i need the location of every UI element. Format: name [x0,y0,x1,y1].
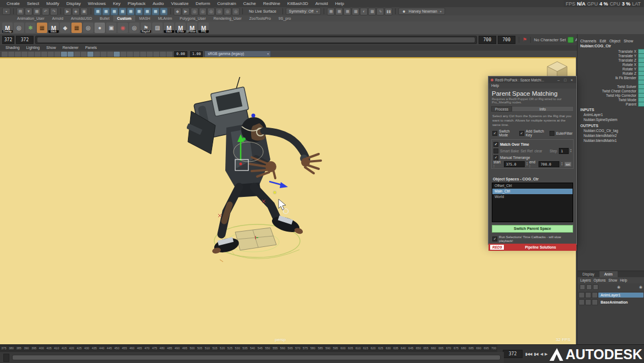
viewport-tool-icon[interactable] [35,52,41,57]
shelf-button[interactable]: ▦ [71,23,82,33]
menu-item[interactable]: Playback [124,1,148,6]
secondary-range-slider[interactable] [12,355,501,360]
output-node[interactable]: Nublan:blendMatrix1 [578,138,644,143]
selection-mask-icon[interactable]: ▦ [119,8,126,15]
viewport-tool-icon[interactable] [48,52,54,57]
dialog-help-menu[interactable]: Help [488,83,576,89]
maximize-button[interactable]: □ [563,78,568,82]
channel-row[interactable] [578,80,644,84]
tab-process[interactable]: Process [491,106,512,112]
input-node[interactable]: Nublan:SpineSystem [578,117,644,122]
channel-row[interactable]: Twist Hip Corrector [578,93,644,97]
viewport-tool-icon[interactable] [134,52,140,57]
channel-row[interactable]: Translate X [578,49,644,53]
tool-icon[interactable]: ▦ [343,8,351,15]
channel-box-menu-item[interactable]: Edit [599,39,606,43]
viewport-tool-icon[interactable] [2,52,8,57]
layer-menu-item[interactable]: Options [593,278,606,282]
live-surface-field[interactable]: No Live Surface [246,8,280,14]
shelf-button[interactable]: ◎ [129,23,140,33]
snap-icon[interactable]: ◎ [207,8,215,15]
euler-filter-checkbox[interactable] [549,131,554,136]
layer-name[interactable]: AnimLayer1 [598,293,643,298]
viewport-tool-icon[interactable] [68,52,74,57]
layer-menu-item[interactable]: Layers [580,278,591,282]
minimize-button[interactable]: – [556,78,561,82]
create-layer-from-selection-icon[interactable] [586,284,592,290]
layer-editor-tab[interactable]: Display [578,271,599,277]
menu-item[interactable]: Help [332,1,347,6]
output-node[interactable]: Nublan:blendMatrix2 [578,133,644,138]
menu-item[interactable]: RedNine [260,1,284,6]
clear-link[interactable]: clear [534,149,542,153]
viewport-menu-item[interactable]: Show [43,45,59,51]
menu-item[interactable]: Windows [85,1,109,6]
viewport-tool-icon[interactable] [147,52,153,57]
history-icon[interactable]: ↷ [50,8,58,15]
channel-row[interactable]: Twist Mode [578,97,644,102]
shelf-tab[interactable]: ZooToolsPro [246,15,275,21]
menu-item[interactable]: Key [110,1,124,6]
viewport-tool-icon[interactable] [114,52,120,57]
viewport-tool-icon[interactable] [101,52,107,57]
shelf-tab[interactable]: MLAnim [154,15,176,21]
menu-item[interactable]: Cache [240,1,259,6]
auto-key-icon[interactable]: ⚑ [523,37,527,42]
space-option[interactable]: World [492,194,573,200]
create-override-layer-icon[interactable] [593,284,598,290]
anim-layer-row[interactable]: AnimLayer1 [579,292,643,298]
menu-item[interactable]: Visualize [168,1,192,6]
input-node[interactable]: AnimLayer1 [578,112,644,117]
menu-item[interactable]: Arnold [312,1,331,6]
channel-row[interactable]: Rotate Z [578,71,644,75]
menu-item[interactable]: Display [63,1,84,6]
viewport-tool-icon[interactable] [140,52,146,57]
current-frame-field[interactable]: 372 [503,350,523,358]
selection-mask-icon[interactable]: ▦ [143,8,151,15]
menu-item[interactable]: KitBash3D [284,1,312,6]
channel-box-menu-item[interactable]: Show [624,39,633,43]
file-icon[interactable]: ▤ [16,8,24,15]
shelf-button[interactable]: ⚑ Ragdoll [141,23,151,33]
snap-icon[interactable]: ◎ [224,8,231,15]
channel-row[interactable]: Parent [578,102,644,106]
tool-icon[interactable]: ◐ [360,8,368,15]
menu-item[interactable]: Deform [192,1,213,6]
shelf-tab[interactable]: Bullet [96,15,114,21]
viewport-tool-icon[interactable] [21,52,27,57]
viewport-menu-item[interactable]: Lighting [23,45,43,51]
close-button[interactable]: × [569,78,574,82]
end-field[interactable]: 700.0 [538,161,559,167]
shelf-button[interactable]: M PPE [198,23,209,33]
start-spinner[interactable] [526,162,528,166]
color-management-dropdown[interactable]: sRGB gamma (legacy) [204,51,271,57]
layer-editor-tab[interactable]: Anim [599,271,618,277]
channel-row[interactable]: Rotate Y [578,67,644,71]
layer-name[interactable]: BaseAnimation [598,300,643,305]
history-icon[interactable]: ↶ [42,8,49,15]
selection-mask-icon[interactable]: ▦ [94,8,102,15]
viewport-tool-icon[interactable] [61,52,67,57]
manual-timerange-checkbox[interactable] [493,155,498,160]
exposure-field[interactable]: 0.00 [174,51,187,57]
character-set-dropdown[interactable]: No Character Set [534,37,566,42]
viewport-menu-item[interactable]: Panels [82,45,100,51]
tool-icon[interactable]: ▩ [368,8,376,15]
symmetry-dropdown[interactable]: Symmetry: Off [286,8,321,15]
channel-value-field[interactable] [638,102,644,107]
step-field[interactable]: 1 [559,148,569,154]
time-slider[interactable]: 3753803853903954004054104154204254304354… [0,344,497,353]
playback-end-field[interactable]: 700 [498,36,515,44]
shelf-button[interactable]: ▨ [152,23,163,33]
viewport-menu-item[interactable]: Renderer [59,45,82,51]
set-range-button[interactable]: set [564,162,571,167]
shelf-tab[interactable]: ArnoldsUSD [67,15,96,21]
match-over-time-checkbox[interactable] [493,142,498,147]
step-spinner[interactable] [570,148,571,153]
switch-mode-checkbox[interactable] [492,131,497,136]
viewport-tool-icon[interactable] [160,52,166,57]
smart-bake-checkbox[interactable] [493,148,498,153]
selection-mask-icon[interactable]: ▦ [102,8,110,15]
layer-lock-toggle[interactable] [592,299,598,305]
space-option[interactable]: Main_Ctrl [492,189,573,194]
